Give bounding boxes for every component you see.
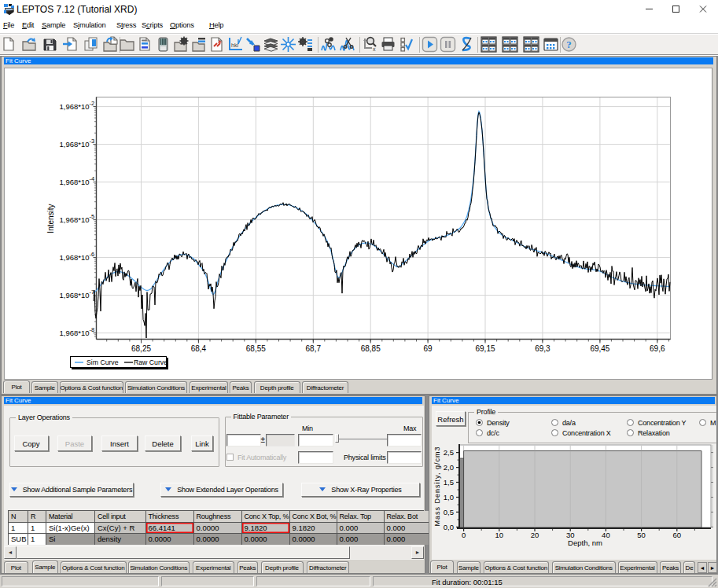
- svg-text:1,968*10: 1,968*10: [59, 178, 89, 186]
- svg-text:-4: -4: [90, 175, 95, 182]
- svg-text:40: 40: [602, 531, 610, 539]
- svg-text:0,0: 0,0: [444, 523, 454, 531]
- svg-text:68,4: 68,4: [191, 344, 207, 353]
- svg-text:Sim Curve: Sim Curve: [87, 358, 119, 366]
- svg-text:69,6: 69,6: [650, 344, 665, 353]
- svg-text:-6: -6: [90, 251, 95, 258]
- svg-text:69,3: 69,3: [535, 344, 550, 353]
- svg-text:-5: -5: [90, 213, 95, 220]
- svg-text:2,5: 2,5: [444, 448, 454, 457]
- svg-text:1,5: 1,5: [444, 478, 454, 487]
- svg-text:10: 10: [495, 531, 504, 539]
- svg-text:Depth, nm: Depth, nm: [568, 538, 602, 547]
- svg-text:1,968*10: 1,968*10: [59, 102, 89, 111]
- svg-text:69: 69: [424, 344, 433, 353]
- svg-text:68,7: 68,7: [306, 344, 322, 353]
- svg-text:hkl: hkl: [231, 42, 238, 48]
- svg-text:1,0: 1,0: [444, 493, 454, 502]
- svg-text:68,85: 68,85: [361, 344, 381, 353]
- svg-text:20: 20: [531, 531, 539, 539]
- svg-text:69,15: 69,15: [475, 344, 495, 353]
- svg-text:1,968*10: 1,968*10: [59, 140, 89, 149]
- svg-text:-8: -8: [90, 326, 95, 333]
- svg-text:x: x: [373, 46, 376, 52]
- svg-text:-3: -3: [90, 138, 95, 145]
- svg-text:?: ?: [566, 39, 572, 50]
- svg-text:1,968*10: 1,968*10: [59, 253, 89, 262]
- svg-text:1,968*10: 1,968*10: [59, 329, 89, 337]
- svg-text:0: 0: [462, 531, 466, 539]
- svg-text:0,5: 0,5: [444, 508, 454, 516]
- svg-text:-2: -2: [90, 100, 95, 107]
- svg-text:1,968*10: 1,968*10: [59, 291, 89, 300]
- svg-text:60: 60: [673, 531, 682, 539]
- svg-text:Mass Density, g/cm3: Mass Density, g/cm3: [433, 447, 441, 527]
- svg-text:Raw Curve: Raw Curve: [134, 358, 166, 366]
- svg-text:1,968*10: 1,968*10: [59, 215, 89, 224]
- svg-text:2,0: 2,0: [444, 463, 454, 472]
- svg-text:Intensity: Intensity: [46, 204, 55, 233]
- svg-text:68,55: 68,55: [246, 344, 266, 353]
- svg-text:68,25: 68,25: [131, 344, 151, 353]
- svg-text:50: 50: [637, 531, 646, 539]
- svg-text:69,45: 69,45: [590, 344, 609, 353]
